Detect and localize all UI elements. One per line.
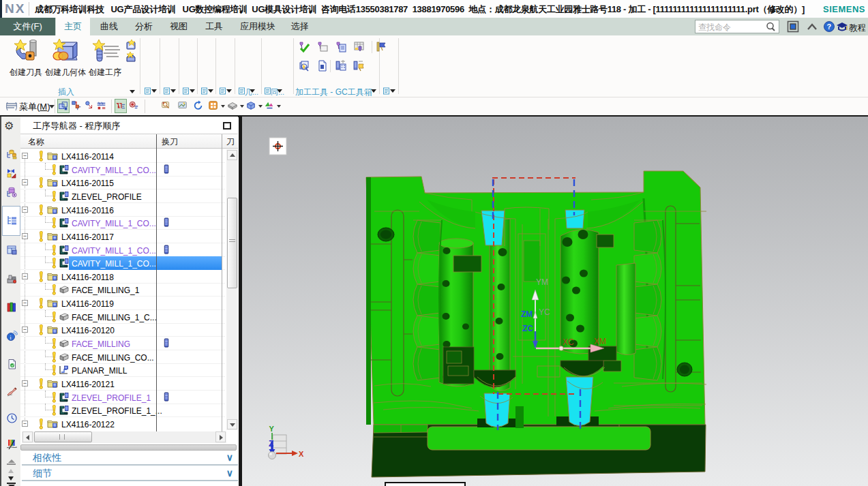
- svg-text:XM: XM: [594, 337, 606, 346]
- svg-text:?: ?: [827, 22, 832, 31]
- svg-text:YM: YM: [536, 277, 548, 287]
- svg-text:ZC: ZC: [522, 324, 533, 333]
- svg-text:YC: YC: [539, 307, 550, 317]
- svg-text:XC: XC: [563, 337, 574, 347]
- svg-text:X: X: [299, 450, 304, 458]
- svg-text:Y: Y: [269, 425, 275, 433]
- svg-text:ZM: ZM: [521, 309, 533, 319]
